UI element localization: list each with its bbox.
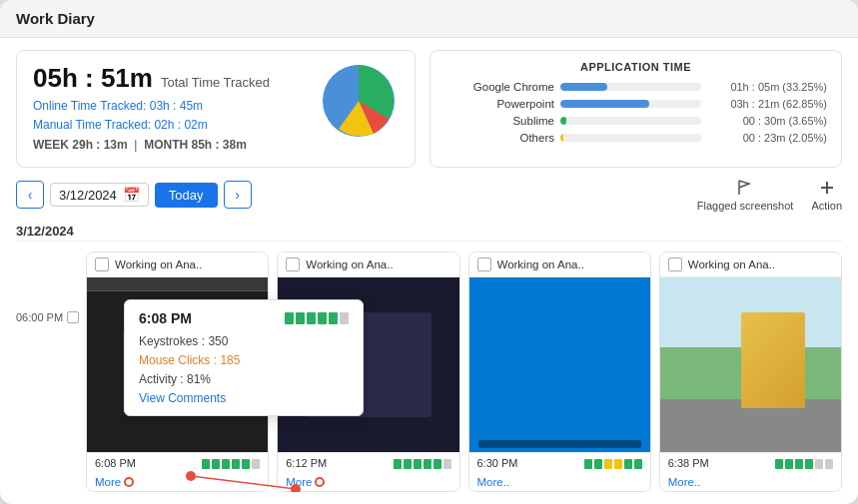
activity-block-3 xyxy=(307,312,316,324)
card-time: 6:38 PM xyxy=(668,457,709,469)
card-header: Working on Ana.. xyxy=(278,252,458,277)
controls-row: ‹ 3/12/2024 📅 Today › Flagged screenshot xyxy=(16,178,842,212)
activity-block-6 xyxy=(340,312,349,324)
app-time-value: 00 : 30m (3.65%) xyxy=(707,115,827,127)
tooltip-header: 6:08 PM xyxy=(139,310,349,326)
act-block xyxy=(212,459,220,469)
tooltip-popup: 6:08 PM Keystrokes : 350 Mouse Cli xyxy=(124,299,364,416)
card-footer: 6:38 PM xyxy=(660,452,841,473)
app-time-value: 00 : 23m (2.05%) xyxy=(707,132,827,144)
act-block xyxy=(404,459,412,469)
main-window: Work Diary 05h : 51m Total Time Tracked … xyxy=(0,0,858,504)
activity-block-1 xyxy=(285,312,294,324)
card-checkbox[interactable] xyxy=(95,257,109,271)
act-block xyxy=(232,459,240,469)
card-header: Working on Ana.. xyxy=(469,252,650,277)
card-title: Working on Ana.. xyxy=(497,258,584,270)
mouse-clicks-row: Mouse Clicks : 185 xyxy=(139,353,349,367)
app-name: Google Chrome xyxy=(444,81,554,93)
screenshot-card: Working on Ana.. 6:30 PM More.. xyxy=(468,252,651,492)
more-link[interactable]: More xyxy=(286,476,312,488)
act-block xyxy=(624,459,632,469)
card-more: More.. xyxy=(469,473,650,491)
manual-time-link[interactable]: Manual Time Tracked: 02h : 02m xyxy=(33,118,208,132)
act-block xyxy=(202,459,210,469)
view-comments-link[interactable]: View Comments xyxy=(139,391,349,405)
app-row: Others 00 : 23m (2.05%) xyxy=(444,132,827,144)
app-row: Sublime 00 : 30m (3.65%) xyxy=(444,115,827,127)
app-bar-fill xyxy=(560,100,649,108)
thumb-content xyxy=(469,277,650,452)
app-time-title: APPLICATION TIME xyxy=(444,61,827,73)
main-content: 05h : 51m Total Time Tracked Online Time… xyxy=(0,38,858,504)
tooltip-activity-blocks xyxy=(285,312,349,324)
card-time: 6:30 PM xyxy=(477,457,518,469)
online-time-link[interactable]: Online Time Tracked: 03h : 45m xyxy=(33,99,203,113)
act-block xyxy=(242,459,250,469)
app-name: Powerpoint xyxy=(444,98,554,110)
more-link[interactable]: More.. xyxy=(668,476,701,488)
calendar-icon[interactable]: 📅 xyxy=(123,187,140,203)
app-bar-fill xyxy=(560,117,566,125)
total-time-label: Total Time Tracked xyxy=(161,75,270,90)
app-bar-fill xyxy=(560,83,607,91)
more-link[interactable]: More.. xyxy=(477,476,510,488)
app-bar-track xyxy=(560,134,701,142)
act-block xyxy=(433,459,441,469)
card-more: More xyxy=(87,473,268,491)
act-block xyxy=(634,459,642,469)
flagged-label: Flagged screenshot xyxy=(697,200,794,212)
act-block xyxy=(424,459,431,469)
card-checkbox[interactable] xyxy=(668,257,682,271)
pie-chart xyxy=(319,61,399,144)
card-footer: 6:08 PM xyxy=(87,452,268,473)
act-block xyxy=(252,459,260,469)
act-block xyxy=(815,459,823,469)
total-time-value: 05h : 51m xyxy=(33,63,153,94)
flag-icon xyxy=(735,178,755,198)
act-block xyxy=(222,459,230,469)
app-name: Others xyxy=(444,132,554,144)
screenshot-card: Working on Ana.. 6:38 PM More.. xyxy=(659,252,842,492)
date-nav: ‹ 3/12/2024 📅 Today › xyxy=(16,181,252,209)
more-link[interactable]: More xyxy=(95,476,121,488)
act-block xyxy=(594,459,602,469)
act-block xyxy=(443,459,451,469)
prev-date-button[interactable]: ‹ xyxy=(16,181,44,209)
window-title: Work Diary xyxy=(16,10,95,27)
act-block xyxy=(394,459,402,469)
card-title: Working on Ana.. xyxy=(688,258,775,270)
app-time-card: APPLICATION TIME Google Chrome 01h : 05m… xyxy=(429,50,842,168)
act-block xyxy=(584,459,592,469)
act-block xyxy=(825,459,833,469)
activity-bar xyxy=(394,459,451,469)
screenshots-area: 06:00 PM Working on Ana.. 6: xyxy=(16,252,842,492)
more-dot xyxy=(124,477,134,487)
stats-card: 05h : 51m Total Time Tracked Online Time… xyxy=(16,50,416,168)
activity-block-5 xyxy=(329,312,338,324)
app-time-value: 03h : 21m (62.85%) xyxy=(707,98,827,110)
card-more: More xyxy=(278,473,458,491)
title-bar: Work Diary xyxy=(0,0,858,38)
card-thumbnail xyxy=(660,277,841,452)
card-header: Working on Ana.. xyxy=(87,252,268,277)
right-controls: Flagged screenshot Action xyxy=(697,178,842,212)
date-heading: 3/12/2024 xyxy=(16,222,842,242)
plus-icon xyxy=(817,178,837,198)
date-display: 3/12/2024 xyxy=(59,188,117,203)
card-checkbox[interactable] xyxy=(286,257,300,271)
act-block xyxy=(785,459,793,469)
flagged-screenshot-button[interactable]: Flagged screenshot xyxy=(697,178,794,212)
act-block xyxy=(805,459,813,469)
app-bar-track xyxy=(560,83,701,91)
thumb-content xyxy=(660,277,841,452)
action-button[interactable]: Action xyxy=(811,178,842,212)
app-name: Sublime xyxy=(444,115,554,127)
activity-bar xyxy=(584,459,642,469)
next-date-button[interactable]: › xyxy=(224,181,252,209)
card-checkbox[interactable] xyxy=(477,257,491,271)
act-block xyxy=(614,459,622,469)
card-footer: 6:12 PM xyxy=(278,452,458,473)
app-time-rows: Google Chrome 01h : 05m (33.25%) Powerpo… xyxy=(444,81,827,144)
today-button[interactable]: Today xyxy=(155,183,218,208)
